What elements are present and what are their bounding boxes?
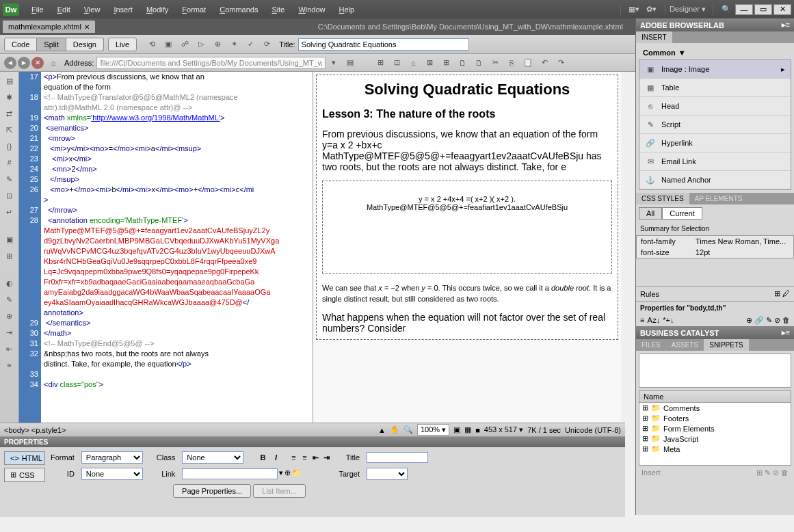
workspace-switcher[interactable]: Designer ▾: [670, 5, 706, 14]
css-styles-tab[interactable]: CSS STYLES: [636, 193, 689, 204]
snippet-folder[interactable]: ⊞📁Comments: [639, 403, 791, 413]
code-content[interactable]: <p>From previous discussions, we know th…: [41, 72, 313, 440]
insert-item[interactable]: ✉Email Link: [639, 152, 791, 171]
html-mode-button[interactable]: <> HTML: [4, 451, 45, 465]
menu-insert[interactable]: Insert: [107, 3, 140, 16]
visual-aids-icon[interactable]: ✶: [227, 38, 241, 51]
open-docs-icon[interactable]: ▤: [3, 75, 16, 87]
stop-button[interactable]: ✕: [31, 57, 44, 69]
tag-selector[interactable]: <body> <p.style1>: [4, 426, 66, 434]
menu-commands[interactable]: Commands: [213, 3, 265, 16]
insert-item[interactable]: ✎Script: [639, 116, 791, 134]
tool-icon[interactable]: ⊞: [439, 56, 453, 70]
design-view-button[interactable]: Design: [66, 38, 104, 51]
tool-icon[interactable]: ⊞: [373, 56, 387, 70]
snippets-name-header[interactable]: Name: [639, 391, 791, 403]
comment-icon[interactable]: ◐: [3, 277, 16, 289]
id-select[interactable]: None: [81, 468, 143, 480]
ap-elements-tab[interactable]: AP ELEMENTS: [689, 193, 748, 204]
move-icon[interactable]: ⊕: [3, 310, 16, 322]
back-button[interactable]: ◄: [4, 57, 16, 69]
snippet-actions[interactable]: ⊞ ✎ ⊘ 🗑: [756, 468, 789, 477]
css-mode-button[interactable]: ⊞ CSS: [4, 468, 45, 482]
paste-icon[interactable]: 📋: [521, 56, 535, 70]
insert-item[interactable]: ▣Image : Image▸: [639, 60, 791, 79]
zoom-select[interactable]: 100% ▾: [417, 424, 449, 436]
properties-header[interactable]: PROPERTIES: [0, 437, 625, 447]
refresh-icon[interactable]: ⟳: [260, 38, 274, 51]
collapse-icon[interactable]: ✱: [3, 91, 16, 103]
az-icon[interactable]: Aᴢ↓: [647, 316, 660, 325]
insert-item[interactable]: 🔗Hyperlink: [639, 134, 791, 152]
parent-tag-icon[interactable]: ⇱: [3, 124, 16, 136]
balance-icon[interactable]: {}: [3, 140, 16, 152]
syntax-icon[interactable]: ⊡: [3, 189, 16, 202]
word-wrap-icon[interactable]: ↵: [3, 206, 16, 218]
code-editor[interactable]: 171819202122232425262728293031323334 <p>…: [19, 72, 313, 440]
css-actions[interactable]: ⊕ 🔗 ✎ ⊘ 🗑: [746, 316, 790, 325]
code-view-button[interactable]: Code: [4, 38, 37, 51]
cut-icon[interactable]: ✂: [488, 56, 502, 70]
point-to-file-icon[interactable]: ⊕: [284, 468, 291, 479]
split-view-button[interactable]: Split: [37, 38, 66, 51]
check-icon[interactable]: ✓: [243, 38, 257, 51]
tool-icon[interactable]: ⊡: [390, 56, 403, 70]
link-dropdown-icon[interactable]: ▾: [279, 468, 283, 479]
business-catalyst-header[interactable]: BUSINESS CATALYST▸≡: [636, 326, 794, 339]
title-input[interactable]: [298, 38, 469, 51]
format-select[interactable]: Paragraph: [81, 451, 143, 464]
snippet-folder[interactable]: ⊞📁Form Elements: [639, 423, 791, 434]
tool-icon[interactable]: 🗋: [472, 56, 486, 70]
italic-button[interactable]: I: [270, 453, 281, 462]
preview-icon[interactable]: ⊕: [211, 38, 224, 51]
live-view-button[interactable]: Live: [108, 38, 137, 51]
snippet-folder[interactable]: ⊞📁Footers: [639, 413, 791, 423]
extend-icon[interactable]: ✿▾: [646, 3, 658, 16]
server-icon[interactable]: ☍: [178, 38, 191, 51]
minimize-button[interactable]: —: [735, 4, 753, 15]
pointer-icon[interactable]: ▲: [378, 426, 386, 434]
outdent-button[interactable]: ⇤: [310, 453, 321, 462]
ul-button[interactable]: ≡: [288, 453, 299, 462]
class-select[interactable]: None: [182, 451, 243, 464]
css-all-button[interactable]: All: [639, 207, 662, 220]
recent-icon[interactable]: ✎: [3, 293, 16, 306]
refresh-code-icon[interactable]: ⊞: [3, 250, 16, 262]
insert-item[interactable]: ⎋Head: [639, 97, 791, 116]
title-field[interactable]: [367, 452, 428, 463]
forward-button[interactable]: ►: [18, 57, 30, 69]
design-view[interactable]: Solving Quadratic Equations Lesson 3: Th…: [313, 72, 621, 440]
home-icon[interactable]: ⌂: [47, 56, 60, 70]
menu-modify[interactable]: Modify: [140, 3, 175, 16]
document-tab[interactable]: mathmlexample.xhtml ✕: [3, 21, 95, 33]
snippets-tree[interactable]: Name ⊞📁Comments⊞📁Footers⊞📁Form Elements⊞…: [639, 390, 791, 466]
outdent-icon[interactable]: ⇤: [3, 343, 16, 355]
maximize-button[interactable]: ▭: [754, 4, 772, 15]
list-icon[interactable]: ▤: [343, 56, 357, 70]
grid-icon[interactable]: ■: [475, 426, 480, 434]
target-select[interactable]: [367, 468, 408, 480]
expand-icon[interactable]: ⇄: [3, 107, 16, 120]
undo-icon[interactable]: ↶: [538, 56, 551, 70]
indent-icon[interactable]: ⇥: [3, 326, 16, 338]
insert-category[interactable]: Common ▼: [639, 46, 791, 59]
snippet-folder[interactable]: ⊞📁JavaScript: [639, 434, 791, 444]
rules-icons[interactable]: ⊞ 🖊: [774, 289, 790, 298]
css-current-button[interactable]: Current: [662, 207, 702, 220]
highlight-icon[interactable]: ✎: [3, 173, 16, 185]
snippet-folder[interactable]: ⊞📁Meta: [639, 444, 791, 454]
browserlab-header[interactable]: ADOBE BROWSERLAB▸≡: [636, 18, 794, 31]
browse-icon[interactable]: 📁: [292, 468, 302, 479]
file-mgmt-icon[interactable]: ▷: [194, 38, 208, 51]
menu-site[interactable]: Site: [265, 3, 291, 16]
page-properties-button[interactable]: Page Properties...: [173, 484, 251, 498]
close-button[interactable]: ✕: [773, 4, 791, 15]
files-tab[interactable]: FILES: [636, 339, 666, 351]
bold-button[interactable]: B: [257, 453, 268, 462]
indent-button[interactable]: ⇥: [321, 453, 332, 462]
link-input[interactable]: [182, 468, 278, 479]
format-icon[interactable]: ≡: [3, 359, 16, 371]
menu-window[interactable]: Window: [291, 3, 332, 16]
live-code-icon[interactable]: ⟲: [145, 38, 159, 51]
close-icon[interactable]: ✕: [84, 23, 90, 31]
